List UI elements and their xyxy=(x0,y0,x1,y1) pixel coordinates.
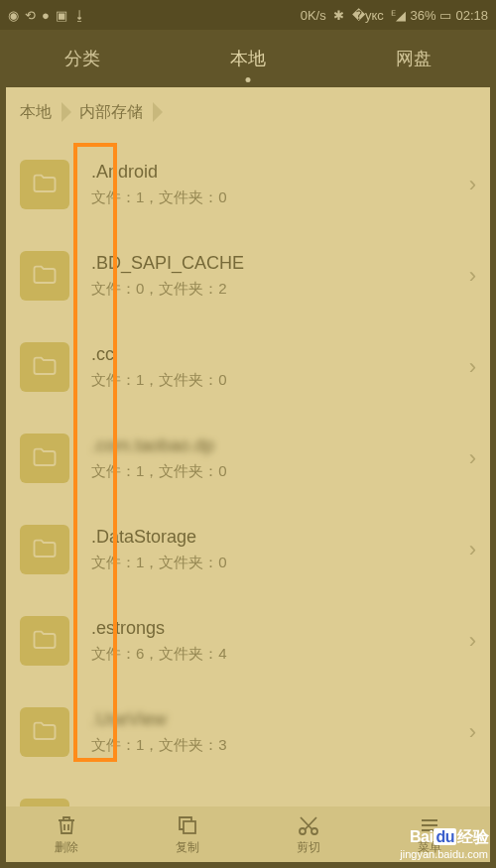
file-item[interactable]: .DataStorage文件：1，文件夹：0› xyxy=(6,504,490,595)
file-item[interactable]: .cc文件：1，文件夹：0› xyxy=(6,321,490,413)
tab-category[interactable]: 分类 xyxy=(55,47,110,70)
scissors-icon xyxy=(297,813,320,837)
file-item[interactable]: .Android文件：1，文件夹：0› xyxy=(6,139,490,230)
trash-icon xyxy=(55,813,78,837)
copy-icon xyxy=(176,813,199,837)
file-name: .cc xyxy=(91,344,469,365)
tab-local[interactable]: 本地 xyxy=(220,47,276,70)
file-meta: 文件：1，文件夹：3 xyxy=(91,736,469,755)
file-meta: 文件：6，文件夹：4 xyxy=(91,645,469,664)
file-name: .estrongs xyxy=(91,618,469,639)
file-item[interactable]: .com.taobao.dp文件：1，文件夹：0› xyxy=(6,413,490,504)
svg-point-2 xyxy=(311,828,317,834)
file-name: .BD_SAPI_CACHE xyxy=(91,253,469,274)
cut-button[interactable]: 剪切 xyxy=(297,813,320,856)
delete-label: 删除 xyxy=(55,839,78,856)
tab-cloud[interactable]: 网盘 xyxy=(386,47,441,70)
file-name: .com.taobao.dp xyxy=(91,435,469,456)
file-item[interactable]: .UseView文件：1，文件夹：3› xyxy=(6,686,490,778)
net-speed: 0K/s xyxy=(301,8,326,23)
download-icon: ⭳ xyxy=(73,8,86,23)
status-left: ◉ ⟲ ● ▣ ⭳ xyxy=(8,8,86,23)
file-info: .cc文件：1，文件夹：0 xyxy=(91,344,469,390)
battery-icon: ▭ xyxy=(439,8,451,23)
file-name: .UseView xyxy=(91,709,469,730)
top-tabs: 分类 本地 网盘 xyxy=(0,30,496,87)
file-item[interactable]: .CidConfig› xyxy=(6,778,490,808)
file-info: .UseView文件：1，文件夹：3 xyxy=(91,709,469,755)
copy-label: 复制 xyxy=(176,839,199,856)
file-item[interactable]: .estrongs文件：6，文件夹：4› xyxy=(6,595,490,686)
watermark: Baidu经验 jingyan.baidu.com xyxy=(400,827,488,860)
circle-icon: ● xyxy=(42,8,50,23)
chevron-right-icon: › xyxy=(469,628,476,654)
battery-percent: 36% xyxy=(410,8,435,23)
clock: 02:18 xyxy=(455,8,488,23)
file-info: .BD_SAPI_CACHE文件：0，文件夹：2 xyxy=(91,253,469,299)
status-right: 0K/s ✱ �укс ᴱ◢ 36% ▭ 02:18 xyxy=(301,8,488,23)
file-meta: 文件：1，文件夹：0 xyxy=(91,462,469,481)
file-meta: 文件：1，文件夹：0 xyxy=(91,554,469,572)
chevron-right-icon: › xyxy=(469,172,476,197)
file-item[interactable]: .BD_SAPI_CACHE文件：0，文件夹：2› xyxy=(6,230,490,321)
file-info: .Android文件：1，文件夹：0 xyxy=(91,162,469,207)
file-list: .Android文件：1，文件夹：0›.BD_SAPI_CACHE文件：0，文件… xyxy=(6,139,490,808)
folder-icon xyxy=(20,251,69,301)
status-bar: ◉ ⟲ ● ▣ ⭳ 0K/s ✱ �укс ᴱ◢ 36% ▭ 02:18 xyxy=(0,0,496,30)
svg-point-1 xyxy=(300,828,306,834)
folder-icon xyxy=(20,616,69,666)
file-name: .Android xyxy=(91,162,469,183)
folder-icon xyxy=(20,434,69,483)
svg-rect-0 xyxy=(184,821,195,833)
watermark-jy: 经验 xyxy=(457,828,488,845)
watermark-du: du xyxy=(434,828,456,845)
folder-icon xyxy=(20,342,69,392)
chevron-right-icon: › xyxy=(469,445,476,471)
crumb-local[interactable]: 本地 xyxy=(20,102,79,123)
folder-icon xyxy=(20,525,69,574)
chevron-right-icon: › xyxy=(469,354,476,380)
file-name: .DataStorage xyxy=(91,527,469,548)
file-meta: 文件：1，文件夹：0 xyxy=(91,188,469,207)
eye-icon: ◉ xyxy=(8,8,19,23)
crumb-internal[interactable]: 内部存储 xyxy=(79,102,171,123)
file-meta: 文件：1，文件夹：0 xyxy=(91,371,469,390)
chevron-right-icon: › xyxy=(469,263,476,289)
image-icon: ▣ xyxy=(56,8,67,23)
breadcrumb: 本地 内部存储 xyxy=(6,87,490,137)
watermark-url: jingyan.baidu.com xyxy=(400,848,488,860)
chevron-right-icon: › xyxy=(469,719,476,745)
watermark-bai: Bai xyxy=(410,828,433,845)
signal-icon: ᴱ◢ xyxy=(388,8,407,23)
sync-icon: ⟲ xyxy=(25,8,36,23)
file-panel: 本地 内部存储 .Android文件：1，文件夹：0›.BD_SAPI_CACH… xyxy=(6,87,490,808)
file-meta: 文件：0，文件夹：2 xyxy=(91,280,469,299)
folder-icon xyxy=(20,160,69,209)
wifi-icon: �укс xyxy=(348,8,383,23)
file-info: .estrongs文件：6，文件夹：4 xyxy=(91,618,469,664)
delete-button[interactable]: 删除 xyxy=(55,813,78,856)
folder-icon xyxy=(20,707,69,757)
copy-button[interactable]: 复制 xyxy=(176,813,199,856)
file-info: .DataStorage文件：1，文件夹：0 xyxy=(91,527,469,572)
bluetooth-icon: ✱ xyxy=(330,8,345,23)
cut-label: 剪切 xyxy=(297,839,320,856)
file-info: .com.taobao.dp文件：1，文件夹：0 xyxy=(91,435,469,481)
chevron-right-icon: › xyxy=(469,537,476,562)
